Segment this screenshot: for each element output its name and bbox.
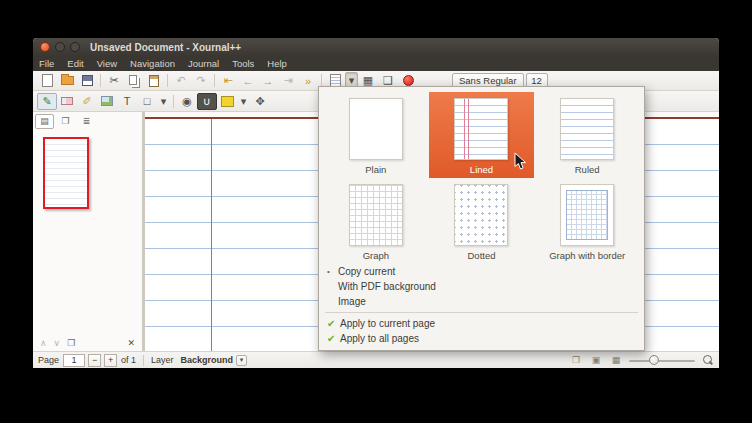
last-page-button[interactable]: ⇥ [278,72,298,89]
pages-tab-icon: ❐ [61,116,69,126]
dropdown-arrow-icon: ▾ [241,95,247,108]
menu-edit[interactable]: Edit [67,58,83,69]
new-document-button[interactable] [37,72,57,89]
last-annotated-page-button[interactable]: » [298,72,318,89]
zoom-magnifier-icon[interactable] [701,354,714,367]
page-number-input[interactable]: 1 [63,354,85,367]
zoom-slider[interactable] [629,354,695,367]
first-page-button[interactable]: ⇤ [218,72,238,89]
apply-current-page-item[interactable]: ✔ Apply to current page [323,316,640,331]
titlebar: Unsaved Document - Xournal++ [33,38,719,56]
open-button[interactable] [57,72,77,89]
paper-option-label: Graph with border [538,250,636,261]
check-icon: ✔ [327,318,340,329]
paper-option-label: Ruled [538,164,636,175]
paper-option-dotted[interactable]: Dotted [429,178,535,264]
window-title: Unsaved Document - Xournal++ [90,42,241,53]
zoom-original-icon: ▦ [612,355,621,365]
paper-option-label: Dotted [433,250,531,261]
popup-item-image[interactable]: Image [323,294,640,309]
delete-page-button[interactable]: ✕ [127,338,135,348]
app-window: Unsaved Document - Xournal++ File Edit V… [33,38,719,368]
menu-help[interactable]: Help [267,58,287,69]
maximize-button[interactable] [70,42,80,52]
shape-recognizer-button[interactable]: ◉ [177,93,197,110]
popup-item-pdf-background[interactable]: With PDF background [323,279,640,294]
zoom-fit-button[interactable]: ▣ [589,354,603,367]
plain-paper-preview [349,98,403,160]
menu-tools[interactable]: Tools [232,58,254,69]
menu-view[interactable]: View [97,58,117,69]
copy-page-icon: ❐ [67,338,75,348]
menu-journal[interactable]: Journal [188,58,219,69]
pen-tool-button[interactable]: ✎ [37,93,57,110]
save-button[interactable] [77,72,97,89]
graph-paper-preview [349,184,403,246]
mouse-cursor [514,152,527,171]
pair-pages-icon: ❐ [572,355,580,365]
image-tool-button[interactable] [97,93,117,110]
page-thumbnail-selected[interactable] [43,137,89,209]
menu-file[interactable]: File [39,58,54,69]
sidebar-tab-layers[interactable]: ≣ [77,114,96,129]
sidebar-tab-pages[interactable]: ❐ [56,114,75,129]
shape-recognizer-icon: ◉ [182,95,192,108]
eraser-icon [61,97,73,105]
paper-option-ruled[interactable]: Ruled [534,92,640,178]
cut-icon: ✂ [109,74,118,87]
text-tool-button[interactable]: T [117,93,137,110]
copy-page-button[interactable]: ❐ [67,338,75,348]
redo-button[interactable]: ↷ [191,72,211,89]
text-tool-icon: T [124,95,131,107]
close-button[interactable] [40,42,50,52]
menubar: File Edit View Navigation Journal Tools … [33,56,719,71]
zoom-original-button[interactable]: ▦ [609,354,623,367]
last-page-icon: ⇥ [283,74,292,87]
previous-page-icon: ← [243,75,254,87]
down-arrow-icon: ∨ [54,338,61,348]
undo-icon: ↶ [176,74,185,87]
copy-button[interactable] [124,72,144,89]
next-page-button[interactable]: → [258,72,278,89]
color-swatch-button[interactable] [217,93,237,110]
graph-border-paper-preview [560,184,614,246]
pair-pages-button[interactable]: ❐ [569,354,583,367]
up-arrow-icon: ∧ [40,338,47,348]
minimize-button[interactable] [55,42,65,52]
menu-navigation[interactable]: Navigation [130,58,175,69]
move-page-down-button[interactable]: ∨ [54,338,61,348]
popup-item-label: With PDF background [338,281,436,292]
toolbar-separator [167,74,168,87]
select-object-button[interactable]: ∪ [197,93,217,110]
paper-option-graph-border[interactable]: Graph with border [534,178,640,264]
sidebar-tabs: ▤ ❐ ≣ [33,112,142,129]
new-document-icon [42,74,53,87]
eraser-tool-button[interactable] [57,93,77,110]
last-annotated-page-icon: » [305,75,311,87]
paper-option-graph[interactable]: Graph [323,178,429,264]
undo-button[interactable]: ↶ [171,72,191,89]
page-number-value: 1 [72,355,77,365]
cut-button[interactable]: ✂ [104,72,124,89]
zoom-slider-handle[interactable] [649,355,659,365]
save-icon [82,75,93,86]
layer-select[interactable]: Background ▾ [178,354,251,367]
sidebar-tab-contents[interactable]: ▤ [35,114,54,129]
previous-page-button[interactable]: ← [238,72,258,89]
popup-item-copy-current[interactable]: • Copy current [323,264,640,279]
apply-all-pages-item[interactable]: ✔ Apply to all pages [323,331,640,346]
page-increment-button[interactable]: + [104,354,117,367]
shapes-tool-button[interactable]: □ [137,93,157,110]
page-decrement-button[interactable]: − [88,354,101,367]
color-dropdown-button[interactable]: ▾ [237,93,250,110]
graph-border-inner [566,190,608,240]
paste-button[interactable] [144,72,164,89]
open-folder-icon [61,76,74,85]
highlighter-tool-button[interactable]: ✐ [77,93,97,110]
shapes-dropdown-button[interactable]: ▾ [157,93,170,110]
move-page-up-button[interactable]: ∧ [40,338,47,348]
page-label: Page [38,355,59,365]
zoom-controls: ❐ ▣ ▦ [569,354,714,367]
hand-tool-button[interactable]: ✥ [250,93,270,110]
paper-option-plain[interactable]: Plain [323,92,429,178]
